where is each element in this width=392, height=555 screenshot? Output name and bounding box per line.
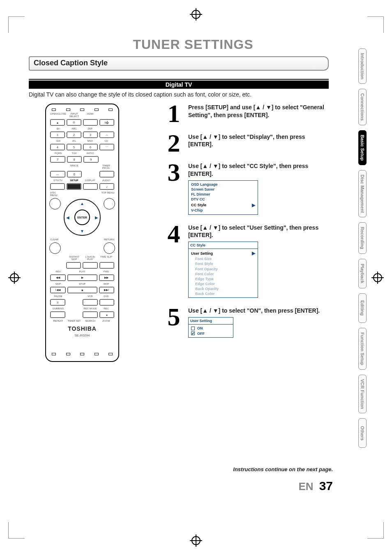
page-number: 37: [319, 479, 333, 493]
key-caption: PAUSE: [50, 295, 66, 297]
digit-9-button[interactable]: 9: [83, 156, 99, 163]
continue-note: Instructions continue on the next page.: [233, 466, 333, 472]
digit-0-button[interactable]: 0: [67, 171, 82, 177]
key-caption: ZOOM: [98, 320, 114, 322]
key-caption: 1.3x/0.8x PLAY: [82, 256, 98, 260]
disc-menu-button[interactable]: [49, 198, 61, 210]
key-caption: GHI: [50, 140, 66, 142]
step-1: 1 Press [SETUP] and use [▲ / ▼] to selec…: [164, 104, 329, 124]
skip-fwd-button[interactable]: ▶▶I: [99, 287, 115, 293]
step-number: 2: [164, 133, 183, 154]
tab-others[interactable]: Others: [358, 418, 367, 448]
key-caption: SETUP: [66, 179, 82, 182]
tab-introduction[interactable]: Introduction: [358, 48, 367, 84]
channel-down-button[interactable]: ﹀: [99, 144, 114, 150]
display-button[interactable]: [83, 183, 98, 190]
steps-column: 1 Press [SETUP] and use [▲ / ▼] to selec…: [164, 104, 329, 362]
registration-mark: [373, 273, 382, 282]
rec-mode-button[interactable]: [83, 311, 98, 318]
rec-button[interactable]: ●: [99, 311, 115, 318]
section-heading: Closed Caption Style: [29, 56, 329, 71]
audio-button[interactable]: ♪: [99, 183, 114, 190]
play-button[interactable]: ▶: [67, 274, 97, 281]
return-button[interactable]: [104, 242, 115, 254]
digit-4-button[interactable]: 4: [50, 144, 65, 150]
key-caption: WXYZ: [82, 152, 98, 154]
step-number: 3: [164, 162, 183, 183]
tab-basic-setup[interactable]: Basic Setup: [358, 130, 367, 165]
stop-button[interactable]: ■: [67, 287, 97, 293]
time-slip-button[interactable]: [99, 262, 115, 269]
triangle-right-icon: ▶: [252, 250, 255, 256]
tab-playback[interactable]: Playback: [358, 259, 367, 288]
arrow-left-icon: ◀: [66, 215, 69, 220]
step-text: Use [▲ / ▼] to select "User Setting", th…: [188, 224, 329, 240]
crop-mark: [367, 522, 384, 539]
instant-skip-button[interactable]: [66, 262, 81, 269]
step-5: 5 Use [▲ / ▼] to select "ON", then press…: [164, 307, 329, 337]
osd-item: FL Dimmer: [191, 192, 255, 197]
remote-brand: TOSHIBA: [49, 325, 115, 332]
page-footer: EN 37: [299, 479, 333, 493]
input-select-button[interactable]: ⊙: [67, 119, 81, 126]
step-text: Use [▲ / ▼] to select "ON", then press […: [188, 307, 329, 315]
digit-8-button[interactable]: 8: [67, 156, 82, 163]
digit-6-button[interactable]: 6: [83, 144, 98, 150]
step-number: 1: [164, 104, 183, 124]
key-caption: [98, 113, 114, 117]
osd-subitem: Edge Color: [191, 281, 255, 286]
top-menu-button[interactable]: [104, 198, 115, 210]
digit-7-button[interactable]: 7: [50, 156, 65, 163]
key-caption: RETURN: [101, 238, 114, 241]
tab-vcr-function[interactable]: VCR Function: [358, 375, 367, 414]
osd-subitem: Font Opacity: [191, 267, 255, 272]
crop-mark: [8, 522, 25, 539]
key-caption: REPEAT: [50, 320, 66, 322]
skip-back-button[interactable]: I◀◀: [50, 287, 66, 293]
tab-recording[interactable]: Recording: [358, 222, 367, 253]
osd-menu-cc-style: OSD Language Screen Saver FL Dimmer DTV …: [188, 180, 258, 215]
step-3: 3 Use [▲ / ▼] to select "CC Style", then…: [164, 162, 329, 214]
key-caption: CH: [98, 140, 114, 142]
dtv-tv-button[interactable]: [50, 183, 65, 190]
key-caption: INSTANT SKIP: [66, 256, 82, 260]
dash-button[interactable]: —: [50, 171, 65, 177]
rev-button[interactable]: ◀◀: [50, 274, 66, 281]
digit-3-button[interactable]: 3: [83, 131, 98, 138]
timer-prog-button[interactable]: [99, 171, 115, 177]
setup-button[interactable]: [67, 183, 81, 190]
pause-button[interactable]: II: [50, 299, 65, 306]
tab-function-setup[interactable]: Function Setup: [358, 328, 367, 370]
nav-pad[interactable]: ▲ ▼ ◀ ▶ ENTER: [64, 199, 101, 236]
vcr-button[interactable]: [83, 299, 98, 306]
enter-button[interactable]: ENTER: [74, 210, 90, 225]
intro-text: Digital TV can also change the style of …: [29, 91, 329, 98]
open-close-button[interactable]: ▲: [50, 119, 65, 126]
key-caption: PLAY: [66, 270, 98, 273]
dvd-button[interactable]: [99, 299, 115, 306]
power-button[interactable]: I/⏻: [99, 119, 114, 126]
registration-mark: [10, 273, 19, 282]
step-number: 4: [164, 224, 183, 244]
channel-up-button[interactable]: ︿: [99, 131, 114, 138]
checkbox-checked-icon: [191, 332, 195, 335]
digit-1-button[interactable]: 1: [50, 131, 65, 138]
crop-mark: [8, 16, 25, 33]
digit-2-button[interactable]: 2: [67, 131, 81, 138]
clear-button[interactable]: [49, 242, 61, 254]
hdmi-button[interactable]: [83, 119, 98, 126]
tab-editing[interactable]: Editing: [358, 293, 367, 323]
fwd-button[interactable]: ▶▶: [99, 274, 115, 281]
key-caption: TIMER PROG.: [98, 164, 114, 169]
key-caption: SPACE: [66, 164, 82, 169]
speed-play-button[interactable]: [83, 262, 98, 269]
osd-subitem: Font Color: [191, 272, 255, 276]
osd-item-selected: CC Style: [191, 203, 206, 207]
tab-connections[interactable]: Connections: [358, 89, 367, 125]
key-caption: DEF: [82, 127, 98, 130]
arrow-down-icon: ▼: [80, 229, 84, 233]
digit-5-button[interactable]: 5: [67, 144, 81, 150]
tab-disc-management[interactable]: Disc Management: [358, 170, 367, 218]
key-caption: SEARCH: [82, 320, 98, 322]
dubbing-button[interactable]: [50, 311, 65, 318]
